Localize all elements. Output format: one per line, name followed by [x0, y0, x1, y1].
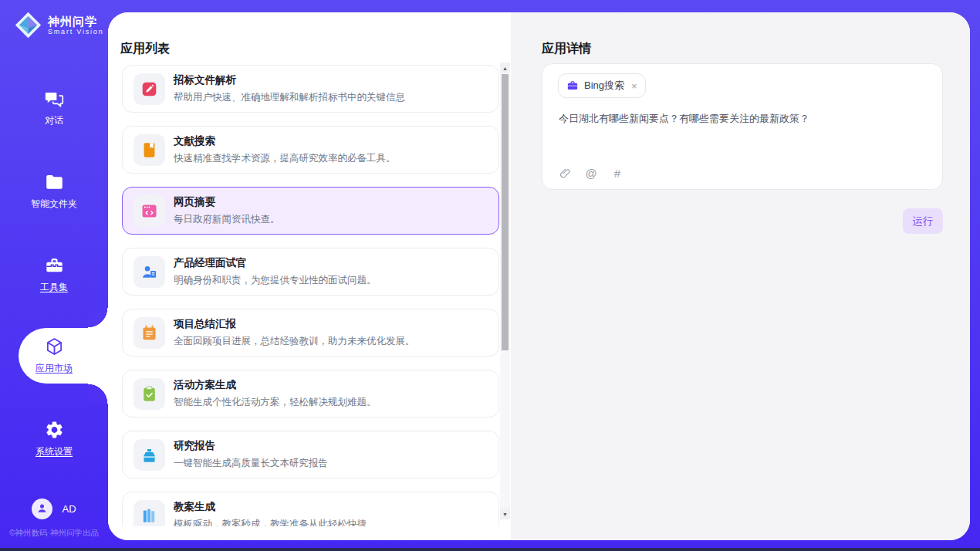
- query-text[interactable]: 今日湖北有哪些新闻要点？有哪些需要关注的最新政策？: [559, 111, 927, 126]
- app-texts: 文献搜索快速精准查找学术资源，提高研究效率的必备工具。: [174, 134, 491, 166]
- app-desc: 快速精准查找学术资源，提高研究效率的必备工具。: [174, 150, 491, 166]
- bubble-fillet-top: [88, 308, 108, 328]
- app-window: 神州问学 Smart Vision 对话智能文件夹工具集应用市场系统设置 AD …: [0, 0, 980, 551]
- tool-chip-label: Bing搜索: [584, 79, 624, 93]
- sidebar-item-label: 智能文件夹: [31, 198, 77, 211]
- app-texts: 产品经理面试官明确身份和职责，为您提供专业性的面试问题。: [174, 255, 491, 288]
- app-list-item[interactable]: 研究报告一键智能生成高质量长文本研究报告: [122, 431, 499, 478]
- chip-close-icon[interactable]: ×: [631, 80, 637, 92]
- app-detail-title: 应用详情: [542, 41, 591, 57]
- app-detail-panel: 应用详情 Bing搜索 × 今日湖北有哪些新闻要点？有哪些需要关注的最新政策？ …: [511, 12, 970, 540]
- app-list-item[interactable]: 项目总结汇报全面回顾项目进展，总结经验教训，助力未来优化发展。: [122, 309, 499, 357]
- window-bottom-edge: [0, 548, 980, 551]
- sidebar-item-label: 系统设置: [35, 445, 73, 458]
- brand-logo-icon: [14, 11, 42, 39]
- sidebar-item-smart-folder[interactable]: 智能文件夹: [0, 164, 108, 219]
- hash-icon[interactable]: #: [610, 166, 624, 180]
- run-row: 运行: [542, 208, 943, 234]
- brand: 神州问学 Smart Vision: [0, 11, 108, 39]
- app-desc: 全面回顾项目进展，总结经验教训，助力未来优化发展。: [174, 333, 491, 349]
- app-desc: 一键智能生成高质量长文本研究报告: [174, 455, 491, 471]
- app-texts: 研究报告一键智能生成高质量长文本研究报告: [174, 438, 491, 471]
- tool-chip-bing-search[interactable]: Bing搜索 ×: [558, 73, 646, 98]
- interviewer-icon: [140, 263, 158, 281]
- app-texts: 教案生成模板驱动，教案秒成，教学准备从此轻松快捷: [174, 499, 491, 526]
- app-desc: 帮助用户快速、准确地理解和解析招标书中的关键信息: [174, 90, 491, 105]
- app-texts: 项目总结汇报全面回顾项目进展，总结经验教训，助力未来优化发展。: [174, 316, 491, 349]
- app-icon-box: [133, 439, 165, 471]
- app-name: 项目总结汇报: [174, 316, 491, 332]
- app-name: 活动方案生成: [174, 377, 491, 393]
- ink-bottle-icon: [140, 446, 158, 464]
- briefcase-icon: [566, 79, 579, 92]
- book-icon: [140, 141, 158, 159]
- copyright-text: ©神州数码·神州问学出品: [0, 528, 108, 539]
- sidebar-item-chat[interactable]: 对话: [0, 80, 108, 136]
- sidebar: 神州问学 Smart Vision 对话智能文件夹工具集应用市场系统设置 AD …: [0, 0, 108, 551]
- app-icon-box: [133, 73, 165, 105]
- scroll-down-arrow-icon[interactable]: ▼: [500, 509, 510, 519]
- sidebar-item-label: 应用市场: [35, 362, 73, 375]
- app-texts: 活动方案生成智能生成个性化活动方案，轻松解决规划难题。: [174, 377, 491, 410]
- app-list: 招标文件解析帮助用户快速、准确地理解和解析招标书中的关键信息文献搜索快速精准查找…: [108, 65, 500, 526]
- app-desc: 模板驱动，教案秒成，教学准备从此轻松快捷: [174, 516, 491, 526]
- app-list-item[interactable]: 文献搜索快速精准查找学术资源，提高研究效率的必备工具。: [122, 126, 499, 174]
- chat-icon: [44, 89, 65, 109]
- sidebar-item-label: 工具集: [40, 281, 68, 294]
- user-account[interactable]: AD: [0, 499, 108, 519]
- sidebar-item-toolset[interactable]: 工具集: [0, 247, 108, 303]
- app-list-item[interactable]: 网页摘要每日政府新闻资讯快查。: [122, 187, 499, 235]
- report-icon: [140, 324, 158, 342]
- user-label: AD: [62, 503, 76, 515]
- clipboard-check-icon: [140, 385, 158, 403]
- app-name: 文献搜索: [174, 134, 491, 149]
- cube-icon: [44, 336, 65, 357]
- avatar[interactable]: [32, 499, 52, 519]
- app-icon-box: [133, 378, 165, 410]
- app-icon-box: [133, 134, 165, 166]
- app-icon-box: [133, 195, 165, 227]
- person-icon: [35, 502, 49, 517]
- app-desc: 明确身份和职责，为您提供专业性的面试问题。: [174, 272, 491, 288]
- app-list-item[interactable]: 产品经理面试官明确身份和职责，为您提供专业性的面试问题。: [122, 248, 499, 296]
- app-list-panel: 应用列表 招标文件解析帮助用户快速、准确地理解和解析招标书中的关键信息文献搜索快…: [108, 12, 511, 540]
- app-icon-box: [133, 317, 165, 349]
- folder-icon: [44, 172, 65, 192]
- attachment-icon[interactable]: [558, 166, 572, 180]
- scrollbar[interactable]: ▲ ▼: [500, 63, 510, 519]
- sidebar-item-label: 对话: [45, 114, 63, 127]
- app-list-title: 应用列表: [120, 41, 170, 57]
- bubble-fillet-bottom: [88, 384, 108, 404]
- app-desc: 智能生成个性化活动方案，轻松解决规划难题。: [174, 394, 491, 410]
- scroll-up-arrow-icon[interactable]: ▲: [500, 63, 510, 73]
- prompt-input[interactable]: Bing搜索 × 今日湖北有哪些新闻要点？有哪些需要关注的最新政策？ @#: [542, 63, 943, 190]
- browser-code-icon: [140, 202, 158, 220]
- app-list-item[interactable]: 教案生成模板驱动，教案秒成，教学准备从此轻松快捷: [122, 492, 499, 526]
- app-name: 网页摘要: [174, 194, 491, 210]
- app-list-item[interactable]: 活动方案生成智能生成个性化活动方案，轻松解决规划难题。: [122, 370, 499, 417]
- sidebar-item-settings[interactable]: 系统设置: [0, 411, 108, 467]
- edit-document-icon: [140, 80, 158, 98]
- app-texts: 网页摘要每日政府新闻资讯快查。: [174, 194, 491, 227]
- input-toolbar: @#: [558, 166, 624, 180]
- app-icon-box: [133, 256, 165, 288]
- scrollbar-thumb[interactable]: [502, 74, 509, 350]
- app-icon-box: [133, 500, 165, 526]
- app-list-item[interactable]: 招标文件解析帮助用户快速、准确地理解和解析招标书中的关键信息: [122, 65, 499, 113]
- gear-icon: [44, 420, 65, 440]
- main-content: 应用列表 招标文件解析帮助用户快速、准确地理解和解析招标书中的关键信息文献搜索快…: [108, 12, 970, 540]
- brand-text: 神州问学 Smart Vision: [48, 15, 103, 35]
- app-name: 教案生成: [174, 499, 491, 515]
- app-name: 研究报告: [174, 438, 491, 454]
- app-name: 招标文件解析: [174, 73, 491, 88]
- app-desc: 每日政府新闻资讯快查。: [174, 211, 491, 227]
- app-texts: 招标文件解析帮助用户快速、准确地理解和解析招标书中的关键信息: [174, 73, 491, 105]
- mention-icon[interactable]: @: [584, 166, 598, 180]
- toolbox-icon: [44, 255, 65, 276]
- app-name: 产品经理面试官: [174, 255, 491, 271]
- books-icon: [140, 507, 158, 525]
- run-button[interactable]: 运行: [903, 208, 943, 234]
- brand-name: 神州问学: [48, 15, 103, 28]
- brand-subtitle: Smart Vision: [48, 28, 103, 35]
- sidebar-item-app-market[interactable]: 应用市场: [0, 328, 108, 384]
